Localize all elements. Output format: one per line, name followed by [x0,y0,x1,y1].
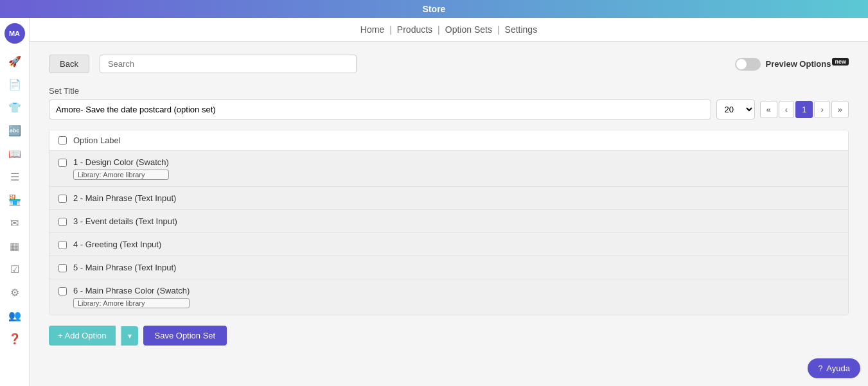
options-table: Option Label 1 - Design Color (Swatch) L… [49,130,849,315]
option-title-6: 6 - Main Phrase Color (Swatch) [73,286,190,295]
save-option-set-button[interactable]: Save Option Set [143,326,227,346]
sidebar: MA 🚀 📄 👕 🔤 📖 ☰ 🏪 ✉ ▦ ☑ ⚙ 👥 ❓ [0,18,30,386]
nav-settings[interactable]: Settings [505,24,538,35]
help-circle-icon[interactable]: ❓ [5,329,24,348]
add-option-button[interactable]: + Add Option [49,326,116,346]
nav-sep-1: | [389,24,392,35]
preview-toggle-area: Preview Optionsnew [735,58,849,71]
option-row-6: 6 - Main Phrase Color (Swatch) Library: … [49,279,848,315]
pagination: « ‹ 1 › » [760,101,849,118]
gear-icon[interactable]: ⚙ [5,283,24,302]
preview-options-toggle[interactable] [735,58,761,71]
mail-icon[interactable]: ✉ [5,213,24,232]
option-title-1: 1 - Design Color (Swatch) [73,157,169,167]
nav-products[interactable]: Products [397,24,432,35]
shirt-icon[interactable]: 👕 [5,98,24,117]
option-label-header: Option Label [73,136,121,145]
top-bar: Store [0,0,868,18]
per-page-select[interactable]: 10 20 50 100 [716,100,755,119]
option-content-4: 4 - Greeting (Text Input) [73,240,161,249]
option-content-2: 2 - Main Phrase (Text Input) [73,193,176,203]
option-content-3: 3 - Event details (Text Input) [73,216,177,226]
ayuda-icon: ? [818,364,822,373]
avatar[interactable]: MA [4,23,25,44]
select-all-checkbox[interactable] [58,136,67,145]
option-checkbox-4[interactable] [58,241,67,249]
text-icon[interactable]: 🔤 [5,121,24,140]
option-checkbox-3[interactable] [58,218,67,226]
option-title-4: 4 - Greeting (Text Input) [73,240,161,249]
set-title-row: 10 20 50 100 « ‹ 1 › » [49,100,849,119]
ayuda-label: Ayuda [826,364,850,373]
new-badge: new [832,58,849,66]
back-button[interactable]: Back [49,55,89,73]
checklist-icon[interactable]: ☑ [5,259,24,279]
people-icon[interactable]: 👥 [5,306,24,325]
set-title-label: Set Title [49,86,849,96]
store-icon[interactable]: 🏪 [5,190,24,209]
option-checkbox-1[interactable] [58,159,67,167]
page-current-button[interactable]: 1 [795,101,813,118]
top-bar-title: Store [423,4,446,14]
option-row-2: 2 - Main Phrase (Text Input) [49,187,848,210]
nav-option-sets[interactable]: Option Sets [445,24,492,35]
option-content-6: 6 - Main Phrase Color (Swatch) Library: … [73,286,190,308]
option-content-5: 5 - Main Phrase (Text Input) [73,263,176,272]
set-title-section: Set Title 10 20 50 100 « ‹ 1 › » [49,86,849,119]
option-row-3: 3 - Event details (Text Input) [49,210,848,233]
nav-home[interactable]: Home [360,24,384,35]
page-first-button[interactable]: « [760,101,777,118]
content-area: Home | Products | Option Sets | Settings… [30,18,868,386]
document-icon[interactable]: 📄 [5,75,24,94]
nav-bar: Home | Products | Option Sets | Settings [30,18,868,42]
grid-icon[interactable]: ▦ [5,236,24,256]
page-prev-button[interactable]: ‹ [779,101,794,118]
option-title-5: 5 - Main Phrase (Text Input) [73,263,176,272]
library-badge-6: Library: Amore library [73,298,190,308]
nav-sep-3: | [497,24,500,35]
option-row-5: 5 - Main Phrase (Text Input) [49,256,848,279]
preview-options-label: Preview Optionsnew [766,58,849,69]
page-last-button[interactable]: » [831,101,849,118]
library-badge-1: Library: Amore library [73,170,169,180]
list-icon[interactable]: ☰ [5,167,24,186]
option-row-1: 1 - Design Color (Swatch) Library: Amore… [49,151,848,187]
book-icon[interactable]: 📖 [5,144,24,163]
ayuda-button[interactable]: ? Ayuda [808,358,860,378]
add-option-dropdown-button[interactable]: ▾ [121,326,138,346]
page-content: Back Preview Optionsnew Set Title 10 20 [30,42,868,386]
set-title-input[interactable] [49,100,711,119]
page-next-button[interactable]: › [814,101,829,118]
nav-sep-2: | [438,24,440,35]
rocket-icon[interactable]: 🚀 [5,51,24,71]
option-checkbox-6[interactable] [58,287,67,295]
option-checkbox-5[interactable] [58,264,67,272]
option-content-1: 1 - Design Color (Swatch) Library: Amore… [73,157,169,180]
option-title-2: 2 - Main Phrase (Text Input) [73,193,176,203]
option-title-3: 3 - Event details (Text Input) [73,216,177,226]
toolbar-row: Back Preview Optionsnew [49,55,849,73]
options-header: Option Label [49,130,848,151]
search-input[interactable] [100,55,357,73]
option-row-4: 4 - Greeting (Text Input) [49,233,848,256]
bottom-actions: + Add Option ▾ Save Option Set [49,326,849,346]
option-checkbox-2[interactable] [58,195,67,203]
